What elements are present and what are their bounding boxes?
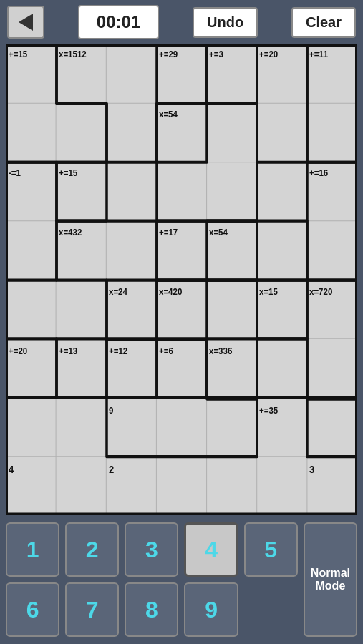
svg-text:+=6: +=6 [159, 346, 173, 356]
clear-button[interactable]: Clear [291, 7, 356, 38]
puzzle-main-svg[interactable]: +=15 x=1512 +=29 +=3 +=20 +=11 x=54 -=1 … [6, 44, 357, 515]
number-pad: 1 2 3 4 5 NormalMode 6 7 8 9 [0, 515, 363, 644]
svg-text:2: 2 [109, 463, 114, 475]
svg-text:+=16: +=16 [309, 167, 328, 178]
puzzle-grid-area: +=15 x=1512 +=29 +=3 +=20 +=15 x=1512 +=… [6, 44, 357, 515]
svg-text:x=720: x=720 [309, 286, 332, 297]
timer-display: 00:01 [78, 5, 159, 39]
svg-text:-=1: -=1 [9, 167, 21, 178]
svg-text:+=13: +=13 [59, 346, 77, 356]
svg-text:+=20: +=20 [259, 49, 278, 59]
svg-text:x=15: x=15 [259, 286, 278, 297]
svg-text:+=12: +=12 [109, 346, 127, 356]
num-btn-1[interactable]: 1 [6, 522, 59, 577]
svg-text:x=24: x=24 [109, 286, 127, 297]
svg-text:+=35: +=35 [259, 405, 278, 416]
svg-text:x=1512: x=1512 [59, 49, 87, 59]
svg-text:+=15: +=15 [59, 167, 77, 178]
svg-text:x=432: x=432 [59, 227, 82, 238]
svg-text:x=54: x=54 [159, 109, 178, 119]
svg-text:+=17: +=17 [159, 227, 178, 238]
back-arrow-icon [19, 14, 33, 31]
num-btn-2[interactable]: 2 [65, 522, 119, 577]
back-button[interactable] [7, 6, 44, 39]
num-btn-5[interactable]: 5 [244, 522, 298, 577]
undo-button[interactable]: Undo [193, 7, 258, 38]
num-btn-4[interactable]: 4 [184, 522, 238, 577]
top-bar: 00:01 Undo Clear [0, 0, 363, 44]
svg-text:x=420: x=420 [159, 286, 182, 297]
svg-text:+=3: +=3 [209, 49, 223, 59]
mode-button[interactable]: NormalMode [304, 522, 357, 637]
svg-text:x=336: x=336 [209, 346, 232, 356]
svg-text:9: 9 [109, 405, 113, 416]
svg-text:+=11: +=11 [309, 49, 328, 59]
svg-text:x=54: x=54 [209, 227, 228, 238]
svg-text:+=20: +=20 [9, 346, 27, 356]
num-btn-9[interactable]: 9 [184, 582, 238, 637]
svg-text:3: 3 [309, 463, 314, 475]
svg-text:4: 4 [9, 463, 14, 475]
num-btn-7[interactable]: 7 [65, 582, 119, 637]
svg-text:+=15: +=15 [9, 49, 27, 59]
num-btn-3[interactable]: 3 [125, 522, 178, 577]
num-btn-8[interactable]: 8 [125, 582, 178, 637]
num-btn-6[interactable]: 6 [6, 582, 59, 637]
svg-text:+=29: +=29 [159, 49, 178, 59]
